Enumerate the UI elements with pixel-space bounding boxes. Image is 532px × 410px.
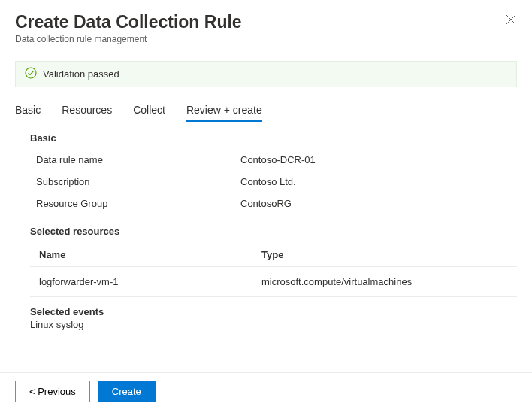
previous-button[interactable]: < Previous: [15, 381, 90, 402]
events-value: Linux syslog: [30, 319, 517, 330]
kv-label-resource-group: Resource Group: [30, 198, 240, 209]
tab-collect[interactable]: Collect: [133, 104, 165, 122]
page-subtitle: Data collection rule management: [15, 34, 517, 44]
kv-row: Resource Group ContosoRG: [30, 198, 517, 209]
close-button[interactable]: [505, 14, 517, 26]
footer: < Previous Create: [0, 372, 532, 410]
kv-row: Subscription Contoso Ltd.: [30, 176, 517, 187]
kv-label-subscription: Subscription: [30, 176, 240, 187]
check-circle-icon: [25, 67, 37, 81]
kv-value-subscription: Contoso Ltd.: [240, 176, 296, 187]
resources-table: Name Type logforwarder-vm-1 microsoft.co…: [30, 243, 517, 297]
kv-value-resource-group: ContosoRG: [240, 198, 292, 209]
tabs: Basic Resources Collect Review + create: [15, 104, 517, 122]
section-resources-heading: Selected resources: [30, 226, 517, 237]
create-button[interactable]: Create: [98, 381, 156, 402]
tab-basic[interactable]: Basic: [15, 104, 41, 122]
cell-resource-name: logforwarder-vm-1: [39, 276, 261, 287]
close-icon: [506, 14, 516, 25]
kv-row: Data rule name Contoso-DCR-01: [30, 154, 517, 166]
section-events-heading: Selected events: [30, 306, 517, 317]
kv-value-data-rule-name: Contoso-DCR-01: [240, 154, 316, 166]
page-title: Create Data Collection Rule: [15, 12, 517, 32]
col-header-name: Name: [39, 249, 261, 260]
section-basic-heading: Basic: [30, 132, 517, 144]
kv-label-data-rule-name: Data rule name: [30, 154, 240, 166]
svg-point-0: [26, 68, 36, 78]
table-row: logforwarder-vm-1 microsoft.compute/virt…: [30, 267, 517, 297]
cell-resource-type: microsoft.compute/virtualmachines: [261, 276, 517, 287]
validation-message: Validation passed: [43, 68, 119, 80]
col-header-type: Type: [261, 249, 517, 260]
tab-review-create[interactable]: Review + create: [186, 104, 262, 122]
tab-resources[interactable]: Resources: [62, 104, 112, 122]
table-header: Name Type: [30, 243, 517, 267]
validation-banner: Validation passed: [15, 61, 517, 87]
